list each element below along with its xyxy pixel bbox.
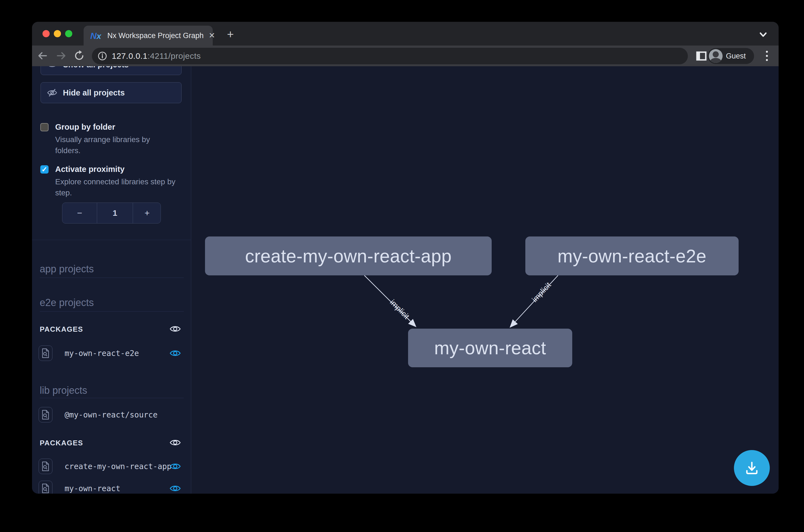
show-all-projects-button[interactable]: Show all projects <box>41 66 181 75</box>
url-host: 127.0.0.1 <box>112 51 148 60</box>
focus-project-button[interactable] <box>39 345 53 361</box>
download-graph-button[interactable] <box>734 450 770 486</box>
tab-title: Nx Workspace Project Graph <box>107 32 204 40</box>
minimize-window-button[interactable] <box>54 30 61 37</box>
project-item-my-own-react-source[interactable]: @my-own-react/source <box>32 407 191 422</box>
maximize-window-button[interactable] <box>65 30 72 37</box>
activate-proximity-label: Activate proximity <box>55 165 125 174</box>
depth-value: 1 <box>97 203 133 223</box>
profile-button[interactable]: Guest <box>708 48 754 64</box>
project-item-create-my-own-react-app[interactable]: create-my-own-react-app <box>32 459 191 474</box>
project-visibility-eye-icon[interactable] <box>169 460 181 472</box>
eye-off-icon <box>47 88 57 98</box>
reload-button[interactable] <box>73 50 85 62</box>
profile-label: Guest <box>726 52 746 60</box>
focus-project-button[interactable] <box>39 459 53 474</box>
group-by-folder-label: Group by folder <box>55 122 115 132</box>
decrement-button[interactable]: − <box>62 203 97 223</box>
edge-create-my-own-react-app-to-my-own-react <box>364 276 416 326</box>
file-search-icon <box>41 461 50 471</box>
project-visibility-eye-icon[interactable] <box>169 347 181 359</box>
project-graph-canvas[interactable]: implicit implicit create-my-own-react-ap… <box>191 66 779 494</box>
browser-menu-icon[interactable] <box>763 50 771 62</box>
activate-proximity-description: Explore connected libraries step by step… <box>55 176 188 198</box>
project-item-my-own-react[interactable]: my-own-react <box>32 481 191 494</box>
page-content: Show all projects Hide all projects Grou… <box>32 66 779 494</box>
url-text: 127.0.0.1:4211/projects <box>112 51 201 61</box>
eye-icon <box>47 66 57 70</box>
url-path: :4211/projects <box>148 51 201 60</box>
project-item-my-own-react-e2e[interactable]: my-own-react-e2e <box>32 345 191 361</box>
graph-node-my-own-react[interactable]: my-own-react <box>408 329 572 367</box>
close-window-button[interactable] <box>42 30 50 37</box>
focus-project-button[interactable] <box>39 407 53 422</box>
packages-heading: PACKAGES <box>40 325 83 334</box>
hide-all-projects-button[interactable]: Hide all projects <box>41 82 181 103</box>
svg-text:x: x <box>96 32 101 41</box>
node-label: create-my-own-react-app <box>245 246 452 267</box>
graph-node-create-my-own-react-app[interactable]: create-my-own-react-app <box>205 236 492 276</box>
activate-proximity-checkbox[interactable]: ✓ <box>40 165 49 174</box>
e2e-projects-heading: e2e projects <box>40 297 94 308</box>
group-by-folder-description: Visually arrange libraries by folders. <box>55 134 171 156</box>
toggle-packages-visibility-icon[interactable] <box>169 323 181 335</box>
group-by-folder-checkbox[interactable] <box>40 123 49 131</box>
avatar-icon <box>709 49 723 63</box>
new-tab-button[interactable]: + <box>224 28 237 41</box>
chevron-down-icon[interactable] <box>758 29 769 40</box>
checkmark-icon: ✓ <box>41 165 47 174</box>
lib-projects-heading: lib projects <box>40 385 87 396</box>
download-icon <box>744 460 760 476</box>
divider <box>32 240 191 240</box>
divider <box>40 398 184 398</box>
project-name: my-own-react <box>64 484 120 493</box>
forward-button[interactable] <box>55 50 67 62</box>
edge-my-own-react-e2e-to-my-own-react <box>511 276 558 327</box>
divider <box>40 311 184 311</box>
browser-toolbar: 127.0.0.1:4211/projects Guest <box>32 45 779 66</box>
hide-all-projects-label: Hide all projects <box>63 88 125 97</box>
side-panel-icon[interactable] <box>695 50 707 62</box>
sidebar: Show all projects Hide all projects Grou… <box>32 66 191 494</box>
focus-project-button[interactable] <box>39 481 53 494</box>
project-name: @my-own-react/source <box>64 410 157 419</box>
file-search-icon <box>41 483 50 493</box>
file-search-icon <box>41 348 50 358</box>
site-info-icon[interactable] <box>97 51 107 61</box>
project-visibility-eye-icon[interactable] <box>169 482 181 494</box>
tab-close-icon[interactable]: ✕ <box>209 32 215 39</box>
project-name: my-own-react-e2e <box>64 349 139 358</box>
back-button[interactable] <box>36 50 49 62</box>
node-label: my-own-react <box>434 338 546 358</box>
svg-text:N: N <box>90 31 97 41</box>
increment-button[interactable]: + <box>133 203 161 223</box>
browser-window: N x Nx Workspace Project Graph ✕ + <box>32 22 779 494</box>
toggle-packages-visibility-icon[interactable] <box>169 437 181 449</box>
nx-logo-icon: N x <box>90 31 102 41</box>
window-controls <box>42 30 72 37</box>
desktop-background: N x Nx Workspace Project Graph ✕ + <box>0 0 804 532</box>
project-name: create-my-own-react-app <box>64 462 172 471</box>
edge-label: implicit <box>388 298 411 321</box>
url-bar[interactable]: 127.0.0.1:4211/projects <box>92 48 688 64</box>
edge-label: implicit <box>530 281 553 304</box>
browser-tab[interactable]: N x Nx Workspace Project Graph ✕ <box>83 26 213 45</box>
proximity-depth-stepper: − 1 + <box>62 203 161 224</box>
graph-node-my-own-react-e2e[interactable]: my-own-react-e2e <box>525 236 739 276</box>
browser-titlebar: N x Nx Workspace Project Graph ✕ + <box>32 22 779 45</box>
app-projects-heading: app projects <box>40 263 94 275</box>
graph-edges: implicit implicit <box>191 66 779 494</box>
packages-heading: PACKAGES <box>40 439 83 447</box>
file-search-icon <box>41 410 50 420</box>
show-all-projects-label: Show all projects <box>63 66 129 69</box>
node-label: my-own-react-e2e <box>558 246 707 267</box>
divider <box>40 278 184 278</box>
